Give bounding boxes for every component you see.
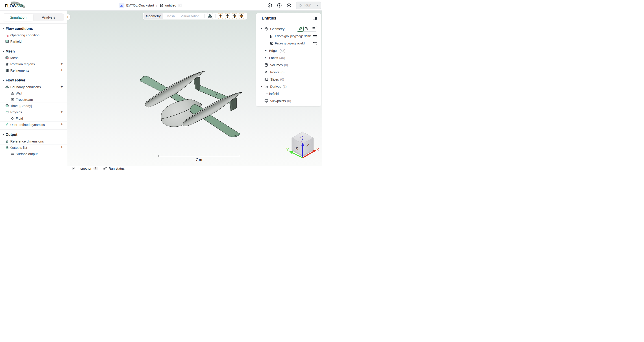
svg-text:X: X bbox=[316, 148, 319, 152]
svg-text:Y: Y bbox=[286, 148, 289, 152]
